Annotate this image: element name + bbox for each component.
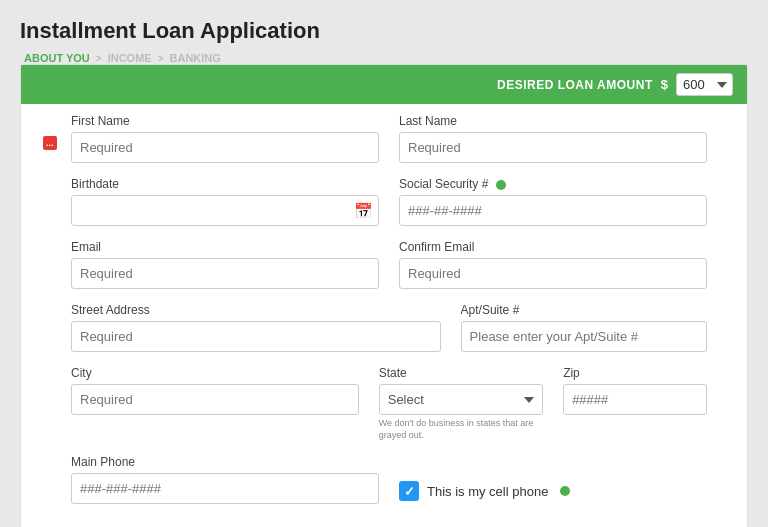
- first-name-input[interactable]: [71, 132, 379, 163]
- ssn-info-dot: [496, 180, 506, 190]
- breadcrumb-sep2: >: [158, 53, 164, 64]
- ssn-label: Social Security #: [399, 177, 707, 191]
- loan-header: DESIRED LOAN AMOUNT $ 300 400 500 600 70…: [21, 65, 747, 104]
- street-address-group: Street Address: [71, 303, 441, 352]
- state-label: State: [379, 366, 543, 380]
- page-title: Installment Loan Application: [20, 18, 748, 44]
- email-group: Email: [71, 240, 379, 289]
- state-group: State Select ALAKAZAR CACOCTFL GANYTX We…: [379, 366, 543, 441]
- main-phone-group: Main Phone: [71, 455, 379, 504]
- state-note: We don't do business in states that are …: [379, 418, 543, 441]
- zip-group: Zip: [563, 366, 707, 415]
- confirm-email-input[interactable]: [399, 258, 707, 289]
- cell-phone-checkbox[interactable]: ✓: [399, 481, 419, 501]
- main-phone-label: Main Phone: [71, 455, 379, 469]
- apt-suite-group: Apt/Suite #: [461, 303, 707, 352]
- calendar-icon[interactable]: 📅: [354, 202, 373, 220]
- checkmark-icon: ✓: [404, 484, 415, 499]
- name-row: ... First Name Last Name: [71, 114, 707, 163]
- form-body: ... First Name Last Name Birthdate 📅: [21, 104, 747, 527]
- email-row: Email Confirm Email: [71, 240, 707, 289]
- loan-amount-label: DESIRED LOAN AMOUNT: [497, 78, 653, 92]
- apt-suite-input[interactable]: [461, 321, 707, 352]
- city-group: City: [71, 366, 359, 415]
- city-state-zip-row: City State Select ALAKAZAR CACOCTFL GANY…: [71, 366, 707, 441]
- last-name-input[interactable]: [399, 132, 707, 163]
- confirm-email-group: Confirm Email: [399, 240, 707, 289]
- street-address-label: Street Address: [71, 303, 441, 317]
- breadcrumb-sep1: >: [96, 53, 102, 64]
- state-select[interactable]: Select ALAKAZAR CACOCTFL GANYTX: [379, 384, 543, 415]
- email-input[interactable]: [71, 258, 379, 289]
- cell-phone-label: This is my cell phone: [427, 484, 548, 499]
- main-phone-input[interactable]: [71, 473, 379, 504]
- birthdate-group: Birthdate 📅: [71, 177, 379, 226]
- first-name-group: ... First Name: [71, 114, 379, 163]
- name-badge: ...: [43, 136, 57, 150]
- breadcrumb-step2: INCOME: [108, 52, 152, 64]
- birthdate-input[interactable]: [71, 195, 379, 226]
- cell-phone-checkbox-row: ✓ This is my cell phone: [399, 481, 707, 501]
- breadcrumb-step3: BANKING: [170, 52, 221, 64]
- last-name-group: Last Name: [399, 114, 707, 163]
- breadcrumb: ABOUT YOU > INCOME > BANKING: [20, 52, 748, 64]
- loan-amount-select[interactable]: 300 400 500 600 700 800 900 1000: [676, 73, 733, 96]
- street-address-input[interactable]: [71, 321, 441, 352]
- email-label: Email: [71, 240, 379, 254]
- ssn-group: Social Security #: [399, 177, 707, 226]
- apt-suite-label: Apt/Suite #: [461, 303, 707, 317]
- form-card: DESIRED LOAN AMOUNT $ 300 400 500 600 70…: [20, 64, 748, 527]
- address-row: Street Address Apt/Suite #: [71, 303, 707, 352]
- last-name-label: Last Name: [399, 114, 707, 128]
- cell-phone-info-dot: [560, 486, 570, 496]
- zip-input[interactable]: [563, 384, 707, 415]
- birthdate-input-wrapper: 📅: [71, 195, 379, 226]
- birthdate-ssn-row: Birthdate 📅 Social Security #: [71, 177, 707, 226]
- city-input[interactable]: [71, 384, 359, 415]
- confirm-email-label: Confirm Email: [399, 240, 707, 254]
- dollar-sign: $: [661, 77, 668, 92]
- zip-label: Zip: [563, 366, 707, 380]
- breadcrumb-step1: ABOUT YOU: [24, 52, 90, 64]
- birthdate-label: Birthdate: [71, 177, 379, 191]
- phone-row: Main Phone ✓ This is my cell phone: [71, 455, 707, 504]
- cell-phone-group: ✓ This is my cell phone: [399, 455, 707, 501]
- city-label: City: [71, 366, 359, 380]
- ssn-input[interactable]: [399, 195, 707, 226]
- first-name-label: First Name: [71, 114, 379, 128]
